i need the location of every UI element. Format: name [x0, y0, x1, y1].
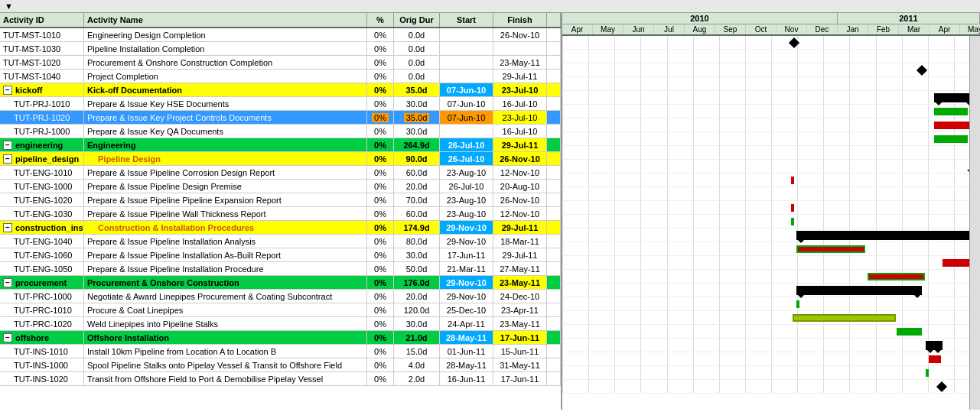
gantt-row	[562, 284, 980, 297]
cell-id: TUT-ENG-1060	[0, 248, 84, 261]
cell-start: 25-Dec-10	[440, 303, 493, 316]
cell-id: TUT-PRC-1000	[0, 290, 84, 303]
cell-scroll	[547, 152, 561, 165]
table-row[interactable]: TUT-PRJ-1010Prepare & Issue Key HSE Docu…	[0, 97, 561, 111]
cell-id: TUT-MST-1040	[0, 70, 84, 83]
gantt-month-cell: May	[960, 24, 980, 34]
cell-start: 01-Jun-11	[440, 345, 493, 358]
gantt-bar	[791, 204, 794, 212]
cell-dur: 90.0d	[394, 152, 440, 165]
cell-start	[440, 56, 493, 69]
table-row[interactable]: TUT-MST-1040Project Completion0%0.0d29-J…	[0, 70, 561, 83]
table-row[interactable]: TUT-ENG-1060Prepare & Issue Pipeline Ins…	[0, 248, 561, 262]
table-row[interactable]: TUT-ENG-1000Prepare & Issue Pipeline Des…	[0, 180, 561, 193]
cell-pct: 0%	[367, 358, 394, 371]
cell-id: TUT-MST-1010	[0, 28, 84, 41]
cell-start: 07-Jun-10	[440, 83, 493, 96]
cell-dur: 176.0d	[394, 276, 440, 289]
col-orig-dur: Orig Dur	[394, 13, 440, 27]
gantt-month-cell: May	[593, 24, 623, 34]
cell-dur: 20.0d	[394, 180, 440, 193]
table-row[interactable]: TUT-INS-1010Install 10km Pipeline from L…	[0, 345, 561, 358]
cell-id: −procurement	[0, 276, 84, 289]
cell-dur: 2.0d	[394, 372, 440, 385]
cell-id: TUT-PRJ-1010	[0, 97, 84, 110]
cell-id: TUT-PRJ-1020	[0, 111, 84, 124]
table-row[interactable]: TUT-MST-1020Procurement & Onshore Constr…	[0, 56, 561, 70]
table-row[interactable]: TUT-ENG-1020Prepare & Issue Pipeline Pip…	[0, 193, 561, 207]
cell-pct: 0%	[367, 180, 394, 193]
table-row[interactable]: −construction_installConstruction & Inst…	[0, 221, 561, 235]
cell-pct: 0%	[367, 56, 394, 69]
cell-dur: 60.0d	[394, 166, 440, 179]
gantt-bar	[934, 122, 974, 129]
table-row[interactable]: TUT-PRJ-1020Prepare & Issue Key Project …	[0, 111, 561, 125]
cell-scroll	[547, 276, 561, 289]
table-row[interactable]: −kickoffKick-off Documentation0%35.0d07-…	[0, 83, 561, 97]
gantt-month-cell: Oct	[746, 24, 777, 34]
cell-scroll	[547, 317, 561, 330]
cell-pct: 0%	[367, 276, 394, 289]
gantt-row	[562, 105, 980, 118]
gantt-bar	[868, 273, 925, 280]
cell-pct: 0%	[367, 125, 394, 138]
cell-name: Spool Pipeline Stalks onto Pipelay Vesse…	[84, 358, 367, 371]
cell-finish	[493, 42, 547, 55]
cell-start: 21-Mar-11	[440, 262, 493, 275]
table-row[interactable]: TUT-PRC-1000Negotiate & Award Linepipes …	[0, 290, 561, 303]
cell-id: TUT-PRC-1020	[0, 317, 84, 330]
gantt-month-cell: Jun	[623, 24, 654, 34]
gantt-bar	[791, 218, 794, 225]
cell-pct: 0%	[367, 331, 394, 344]
table-row[interactable]: TUT-PRJ-1000Prepare & Issue Key QA Docum…	[0, 125, 561, 138]
table-row[interactable]: −offshoreOffshore Installation0%21.0d28-…	[0, 331, 561, 345]
gantt-bar	[897, 328, 922, 336]
cell-pct: 0%	[367, 207, 394, 220]
cell-finish: 29-Jul-11	[493, 221, 547, 234]
cell-start: 23-Aug-10	[440, 207, 493, 220]
top-bar: ▼	[0, 0, 980, 13]
cell-start: 28-May-11	[440, 358, 493, 371]
table-row[interactable]: TUT-MST-1030Pipeline Installation Comple…	[0, 42, 561, 56]
gantt-row	[562, 50, 980, 63]
cell-scroll	[547, 358, 561, 371]
table-row[interactable]: TUT-PRC-1020Weld Linepipes into Pipeline…	[0, 317, 561, 331]
cell-dur: 35.0d	[394, 111, 440, 124]
table-row[interactable]: −procurementProcurement & Onshore Constr…	[0, 276, 561, 290]
cell-dur: 0.0d	[394, 28, 440, 41]
cell-finish: 27-May-11	[493, 262, 547, 275]
gantt-row	[562, 297, 980, 311]
cell-scroll	[547, 207, 561, 220]
cell-pct: 0%	[367, 152, 394, 165]
table-row[interactable]: TUT-INS-1020Transit from Offshore Field …	[0, 372, 561, 386]
col-finish: Finish	[493, 13, 547, 27]
cell-id: TUT-PRJ-1000	[0, 125, 84, 138]
table-row[interactable]: TUT-MST-1010Engineering Design Completio…	[0, 28, 561, 42]
table-row[interactable]: TUT-ENG-1030Prepare & Issue Pipeline Wal…	[0, 207, 561, 221]
cell-id: TUT-INS-1010	[0, 345, 84, 358]
cell-scroll	[547, 180, 561, 193]
gantt-row	[562, 63, 980, 77]
table-row[interactable]: −pipeline_designPipeline Design0%90.0d26…	[0, 152, 561, 166]
table-row[interactable]: −engineeringEngineering0%264.9d26-Jul-10…	[0, 138, 561, 152]
cell-start: 16-Jun-11	[440, 372, 493, 385]
table-row[interactable]: TUT-ENG-1050Prepare & Issue Pipeline Ins…	[0, 262, 561, 276]
cell-finish: 29-Jul-11	[493, 138, 547, 151]
gantt-row	[562, 201, 980, 215]
table-row[interactable]: TUT-INS-1000Spool Pipeline Stalks onto P…	[0, 358, 561, 372]
table-row[interactable]: TUT-ENG-1040Prepare & Issue Pipeline Ins…	[0, 235, 561, 248]
cell-dur: 30.0d	[394, 125, 440, 138]
cell-dur: 35.0d	[394, 83, 440, 96]
cell-pct: 0%	[367, 193, 394, 206]
year-2011: 2011	[838, 13, 980, 24]
cell-pct: 0%	[367, 111, 394, 124]
table-row[interactable]: TUT-PRC-1010Procure & Coat Linepipes0%12…	[0, 303, 561, 317]
table-row[interactable]: TUT-ENG-1010Prepare & Issue Pipeline Cor…	[0, 166, 561, 180]
cell-id: TUT-MST-1020	[0, 56, 84, 69]
cell-name: Procurement & Onshore Construction	[84, 276, 367, 289]
gantt-row	[562, 242, 980, 256]
gantt-bar	[926, 341, 943, 350]
scrollbar[interactable]	[969, 36, 980, 410]
cell-dur: 50.0d	[394, 262, 440, 275]
gantt-row	[562, 352, 980, 366]
